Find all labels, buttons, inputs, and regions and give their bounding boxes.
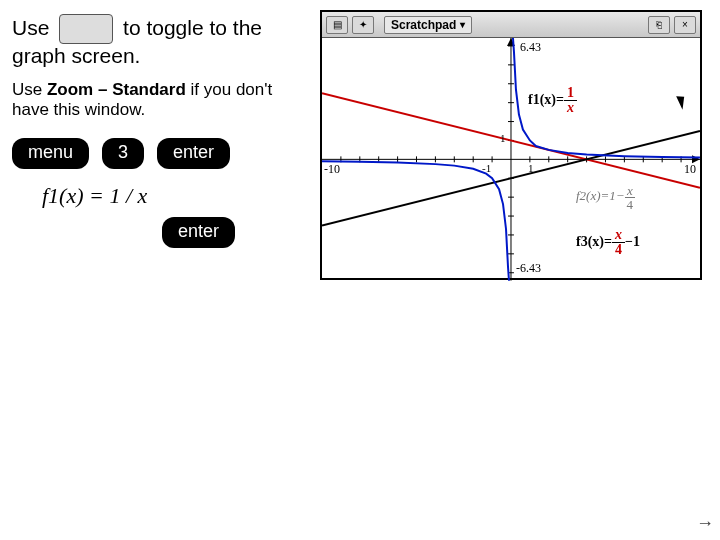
toggle-post: to toggle to the graph screen.	[12, 16, 262, 67]
f2-num: x	[625, 184, 636, 198]
three-key: 3	[102, 138, 144, 169]
zoom-bold: Zoom – Standard	[47, 80, 186, 99]
calc-close-icon: ×	[674, 16, 696, 34]
f3-den: 4	[612, 243, 625, 257]
menu-key: menu	[12, 138, 89, 169]
zoom-pre: Use	[12, 80, 47, 99]
calculator-key-icon	[59, 14, 113, 44]
f3-label: f3(x)= x 4 −1	[576, 228, 640, 257]
calc-mode-graph-icon: ✦	[352, 16, 374, 34]
f1-den: x	[564, 101, 577, 115]
graph-plot: 6.43 -6.43 -10 10 -1 1 1 f1(x)= 1 x f2(x…	[322, 38, 700, 278]
key-sequence-1: menu 3 enter	[12, 138, 302, 169]
toggle-instruction: Use to toggle to the graph screen.	[12, 14, 302, 68]
enter-key-2: enter	[162, 217, 235, 248]
calc-titlebar: ▤ ✦ Scratchpad ▾ ⎗ ×	[322, 12, 700, 38]
scratchpad-label: Scratchpad ▾	[384, 16, 472, 34]
f1-label: f1(x)= 1 x	[528, 86, 577, 115]
f3-post: −1	[625, 234, 640, 249]
calc-mode-calc-icon: ▤	[326, 16, 348, 34]
scratchpad-text: Scratchpad	[391, 18, 456, 32]
f3-pre: f3(x)=	[576, 234, 612, 249]
y-top-label: 6.43	[520, 40, 541, 55]
f2-pre: f2(x)=1−	[576, 188, 625, 203]
enter-key: enter	[157, 138, 230, 169]
xtick-pos: 1	[528, 162, 534, 174]
calc-status-icon: ⎗	[648, 16, 670, 34]
ytick-pos: 1	[500, 132, 506, 144]
x-left-label: -10	[324, 162, 340, 177]
chevron-down-icon: ▾	[460, 19, 465, 30]
plot-svg	[322, 38, 700, 281]
f3-num: x	[612, 228, 625, 243]
function-expression: f1(x) = 1 / x	[42, 183, 302, 209]
calculator-screenshot: ▤ ✦ Scratchpad ▾ ⎗ ×	[320, 10, 702, 280]
xtick-neg: -1	[482, 162, 491, 174]
f1-num: 1	[564, 86, 577, 101]
next-arrow-icon[interactable]: →	[696, 513, 714, 534]
y-bot-label: -6.43	[516, 261, 541, 276]
zoom-instruction: Use Zoom – Standard if you don't have th…	[12, 80, 302, 120]
f1-pre: f1(x)=	[528, 92, 564, 107]
f2-label: f2(x)=1− x 4	[576, 184, 635, 211]
toggle-pre: Use	[12, 16, 49, 39]
f2-den: 4	[625, 198, 636, 211]
x-right-label: 10	[684, 162, 696, 177]
